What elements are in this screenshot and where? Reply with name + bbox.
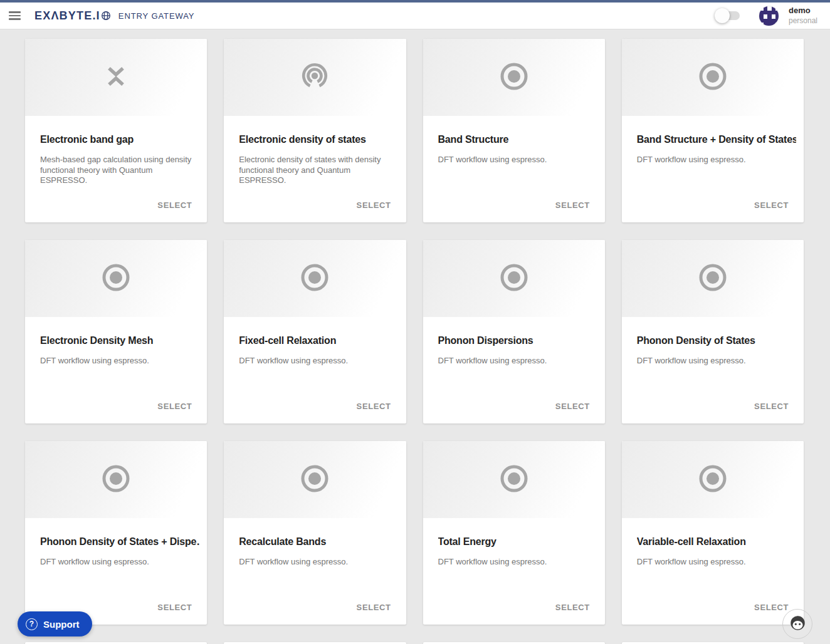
- card-header: [25, 240, 207, 317]
- radio-button-checked-icon: [499, 262, 529, 295]
- card-header: [423, 441, 605, 518]
- card-description: DFT workflow using espresso.: [40, 356, 198, 366]
- card-description: DFT workflow using espresso.: [637, 557, 795, 568]
- card-body: Total Energy DFT workflow using espresso…: [423, 518, 605, 568]
- workflow-card[interactable]: Band Structure DFT workflow using espres…: [423, 39, 605, 222]
- support-label: Support: [43, 619, 80, 630]
- card-header: [622, 39, 804, 116]
- page-title: ENTRY GATEWAY: [118, 11, 195, 21]
- unfold-less-icon: [101, 61, 131, 94]
- radio-button-checked-icon: [101, 262, 131, 295]
- select-button[interactable]: SELECT: [357, 402, 391, 411]
- card-title: Variable-cell Relaxation: [637, 536, 796, 548]
- card-header: [622, 240, 804, 317]
- radio-button-checked-icon: [499, 464, 529, 496]
- card-header: [224, 441, 406, 518]
- card-description: DFT workflow using espresso.: [637, 155, 795, 165]
- toggle-knob: [715, 8, 730, 23]
- workflow-card[interactable]: Fixed-cell Relaxation DFT workflow using…: [224, 240, 406, 423]
- card-title: Electronic Density Mesh: [40, 335, 199, 346]
- workflow-card[interactable]: Recalculate Bands DFT workflow using esp…: [224, 441, 406, 625]
- user-block[interactable]: demo personal: [789, 6, 817, 25]
- workflow-card[interactable]: Band Structure + Density of States DFT w…: [622, 39, 804, 222]
- radio-button-checked-icon: [698, 61, 728, 94]
- workflow-card[interactable]: Electronic band gap Mesh-based gap calcu…: [25, 39, 207, 222]
- card-title: Total Energy: [438, 536, 597, 548]
- workflow-card[interactable]: Electronic Density Mesh DFT workflow usi…: [25, 240, 207, 423]
- card-body: Band Structure DFT workflow using espres…: [423, 116, 605, 165]
- card-description: DFT workflow using espresso.: [239, 356, 397, 366]
- workflow-card[interactable]: Total Energy DFT workflow using espresso…: [423, 441, 605, 625]
- workflow-grid: Electronic band gap Mesh-based gap calcu…: [0, 29, 830, 644]
- card-title: Band Structure + Density of States: [637, 134, 796, 145]
- select-button[interactable]: SELECT: [357, 200, 391, 210]
- select-button[interactable]: SELECT: [754, 603, 789, 612]
- card-header: [224, 240, 406, 317]
- card-description: Electronic density of states with densit…: [239, 155, 397, 186]
- card-title: Electronic density of states: [239, 134, 398, 145]
- feedback-button[interactable]: [782, 609, 812, 639]
- globe-icon: [101, 11, 111, 21]
- select-button[interactable]: SELECT: [157, 402, 192, 411]
- card-header: [25, 441, 207, 518]
- select-button[interactable]: SELECT: [555, 603, 590, 612]
- card-body: Band Structure + Density of States DFT w…: [622, 116, 804, 165]
- user-name: demo: [789, 6, 817, 16]
- menu-icon[interactable]: [9, 11, 21, 20]
- radio-button-checked-icon: [101, 464, 131, 496]
- app-bar: EXΛBYTE.I ENTRY GATEWAY: [0, 0, 830, 29]
- card-title: Phonon Density of States + Dispe…: [40, 536, 199, 548]
- select-button[interactable]: SELECT: [754, 200, 789, 210]
- card-body: Variable-cell Relaxation DFT workflow us…: [622, 518, 804, 568]
- card-body: Phonon Dispersions DFT workflow using es…: [423, 317, 605, 366]
- card-description: DFT workflow using espresso.: [40, 557, 198, 568]
- select-button[interactable]: SELECT: [754, 402, 789, 411]
- face-icon: [789, 615, 806, 633]
- card-description: DFT workflow using espresso.: [239, 557, 397, 568]
- card-body: Recalculate Bands DFT workflow using esp…: [224, 518, 406, 568]
- radio-button-checked-icon: [499, 61, 529, 94]
- wifi-tethering-icon: [299, 61, 330, 95]
- select-button[interactable]: SELECT: [357, 603, 391, 612]
- select-button[interactable]: SELECT: [157, 200, 192, 210]
- avatar[interactable]: [759, 6, 779, 26]
- select-button[interactable]: SELECT: [555, 402, 590, 411]
- user-account-type: personal: [789, 16, 817, 26]
- card-header: [423, 39, 605, 116]
- logo[interactable]: EXΛBYTE.I: [34, 9, 111, 23]
- card-body: Electronic Density Mesh DFT workflow usi…: [25, 317, 207, 366]
- card-description: DFT workflow using espresso.: [438, 557, 596, 568]
- card-header: [622, 441, 804, 518]
- header-toggle[interactable]: [717, 11, 740, 20]
- card-description: DFT workflow using espresso.: [438, 155, 596, 165]
- card-title: Fixed-cell Relaxation: [239, 335, 398, 346]
- card-body: Fixed-cell Relaxation DFT workflow using…: [224, 317, 406, 366]
- select-button[interactable]: SELECT: [555, 200, 590, 210]
- card-description: Mesh-based gap calculation using density…: [40, 155, 198, 186]
- workflow-card[interactable]: Phonon Dispersions DFT workflow using es…: [423, 240, 605, 423]
- question-mark-icon: ?: [26, 618, 38, 630]
- radio-button-checked-icon: [698, 262, 728, 295]
- logo-text: EXΛBYTE.I: [34, 9, 100, 23]
- card-body: Electronic density of states Electronic …: [224, 116, 406, 186]
- card-description: DFT workflow using espresso.: [637, 356, 795, 366]
- support-button[interactable]: ? Support: [18, 611, 92, 636]
- card-body: Phonon Density of States DFT workflow us…: [622, 317, 804, 366]
- card-description: DFT workflow using espresso.: [438, 356, 596, 366]
- card-header: [224, 39, 406, 116]
- card-body: Phonon Density of States + Dispe… DFT wo…: [25, 518, 207, 568]
- radio-button-checked-icon: [698, 464, 728, 496]
- card-title: Phonon Density of States: [637, 335, 796, 346]
- card-title: Phonon Dispersions: [438, 335, 597, 346]
- card-header: [25, 39, 207, 116]
- card-body: Electronic band gap Mesh-based gap calcu…: [25, 116, 207, 186]
- workflow-card[interactable]: Variable-cell Relaxation DFT workflow us…: [622, 441, 804, 625]
- workflow-card[interactable]: Phonon Density of States DFT workflow us…: [622, 240, 804, 423]
- card-title: Recalculate Bands: [239, 536, 398, 548]
- workflow-card[interactable]: Electronic density of states Electronic …: [224, 39, 406, 222]
- card-header: [423, 240, 605, 317]
- radio-button-checked-icon: [300, 262, 330, 295]
- select-button[interactable]: SELECT: [157, 603, 192, 612]
- radio-button-checked-icon: [300, 464, 330, 496]
- workflow-card[interactable]: Phonon Density of States + Dispe… DFT wo…: [25, 441, 207, 625]
